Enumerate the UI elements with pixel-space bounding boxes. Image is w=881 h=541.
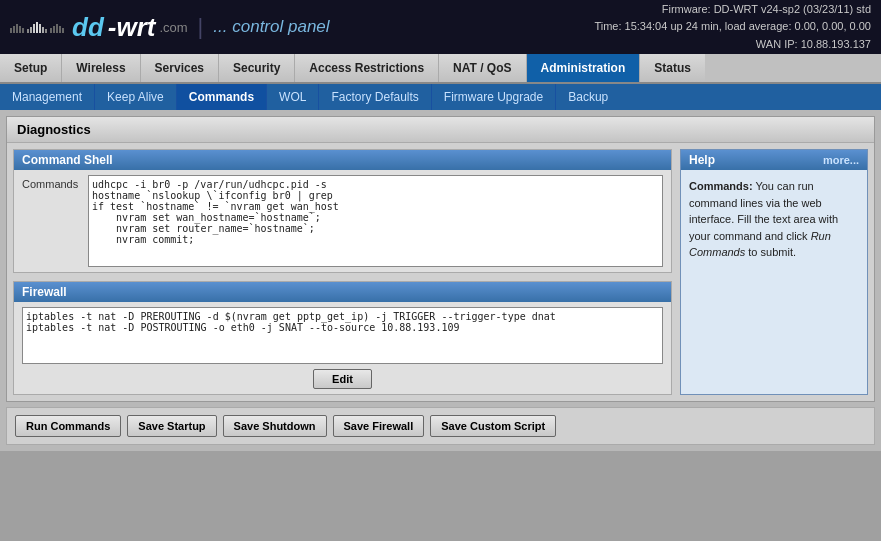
commands-label: Commands bbox=[22, 175, 82, 190]
help-text2: to submit. bbox=[745, 246, 796, 258]
nav-nat-qos[interactable]: NAT / QoS bbox=[439, 54, 526, 82]
time-text: Time: 15:34:04 up 24 min, load average: … bbox=[594, 18, 871, 36]
firewall-box: Firewall iptables -t nat -D PREROUTING -… bbox=[13, 281, 672, 395]
subnav-factory-defaults[interactable]: Factory Defaults bbox=[319, 84, 431, 110]
subnav-firmware-upgrade[interactable]: Firmware Upgrade bbox=[432, 84, 556, 110]
nav-setup[interactable]: Setup bbox=[0, 54, 62, 82]
logo-area: dd -wrt .com | ... control panel bbox=[10, 12, 330, 43]
logo-bars bbox=[10, 22, 64, 33]
save-custom-script-button[interactable]: Save Custom Script bbox=[430, 415, 556, 437]
edit-btn-row: Edit bbox=[22, 369, 663, 389]
nav-status[interactable]: Status bbox=[640, 54, 705, 82]
subnav-management[interactable]: Management bbox=[0, 84, 95, 110]
help-header: Help more... bbox=[681, 150, 867, 170]
firewall-header: Firewall bbox=[14, 282, 671, 302]
firewall-body: iptables -t nat -D PREROUTING -d $(nvram… bbox=[14, 302, 671, 394]
command-shell-header: Command Shell bbox=[14, 150, 671, 170]
help-panel: Help more... Commands: You can run comma… bbox=[680, 149, 868, 395]
diagnostics-header: Diagnostics bbox=[7, 117, 874, 143]
nav-services[interactable]: Services bbox=[141, 54, 219, 82]
diagnostics-section: Diagnostics Command Shell Commands udhcp… bbox=[6, 116, 875, 402]
help-title: Help bbox=[689, 153, 715, 167]
sub-nav: Management Keep Alive Commands WOL Facto… bbox=[0, 84, 881, 110]
page-frame: Diagnostics Command Shell Commands udhcp… bbox=[0, 110, 881, 451]
header-info: Firmware: DD-WRT v24-sp2 (03/23/11) std … bbox=[594, 1, 871, 54]
subnav-keepalive[interactable]: Keep Alive bbox=[95, 84, 177, 110]
help-body: Commands: You can run command lines via … bbox=[681, 170, 867, 269]
subnav-wol[interactable]: WOL bbox=[267, 84, 319, 110]
firewall-textarea-wrapper: iptables -t nat -D PREROUTING -d $(nvram… bbox=[22, 307, 663, 364]
subnav-commands[interactable]: Commands bbox=[177, 84, 267, 110]
subnav-backup[interactable]: Backup bbox=[556, 84, 620, 110]
header: dd -wrt .com | ... control panel Firmwar… bbox=[0, 0, 881, 54]
firewall-textarea[interactable]: iptables -t nat -D PREROUTING -d $(nvram… bbox=[23, 308, 662, 363]
nav-administration[interactable]: Administration bbox=[527, 54, 641, 82]
bottom-buttons: Run Commands Save Startup Save Shutdown … bbox=[6, 407, 875, 445]
save-shutdown-button[interactable]: Save Shutdown bbox=[223, 415, 327, 437]
help-heading: Commands: bbox=[689, 180, 753, 192]
logo-dd: dd bbox=[72, 12, 104, 43]
command-shell-box: Command Shell Commands udhcpc -i br0 -p … bbox=[13, 149, 672, 273]
save-firewall-button[interactable]: Save Firewall bbox=[333, 415, 425, 437]
wan-text: WAN IP: 10.88.193.137 bbox=[594, 36, 871, 54]
logo-sep: | bbox=[198, 14, 204, 40]
diagnostics-body: Command Shell Commands udhcpc -i br0 -p … bbox=[7, 143, 874, 401]
left-column: Command Shell Commands udhcpc -i br0 -p … bbox=[13, 149, 672, 395]
edit-button[interactable]: Edit bbox=[313, 369, 372, 389]
command-textarea-wrapper: udhcpc -i br0 -p /var/run/udhcpc.pid -s … bbox=[88, 175, 663, 267]
help-more-link[interactable]: more... bbox=[823, 154, 859, 166]
logo-com: .com bbox=[159, 20, 187, 35]
logo-wrt: -wrt bbox=[108, 12, 156, 43]
logo-cp: ... control panel bbox=[213, 17, 329, 37]
command-shell-body: Commands udhcpc -i br0 -p /var/run/udhcp… bbox=[14, 170, 671, 272]
run-commands-button[interactable]: Run Commands bbox=[15, 415, 121, 437]
top-nav: Setup Wireless Services Security Access … bbox=[0, 54, 881, 84]
firmware-text: Firmware: DD-WRT v24-sp2 (03/23/11) std bbox=[594, 1, 871, 19]
nav-wireless[interactable]: Wireless bbox=[62, 54, 140, 82]
save-startup-button[interactable]: Save Startup bbox=[127, 415, 216, 437]
nav-security[interactable]: Security bbox=[219, 54, 295, 82]
nav-access-restrictions[interactable]: Access Restrictions bbox=[295, 54, 439, 82]
command-textarea[interactable]: udhcpc -i br0 -p /var/run/udhcpc.pid -s … bbox=[89, 176, 662, 266]
